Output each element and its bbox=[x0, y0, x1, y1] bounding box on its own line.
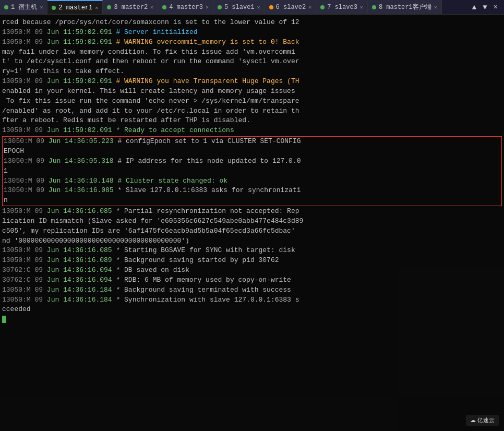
tab-2-close[interactable]: ✕ bbox=[95, 5, 98, 11]
watermark-icon: ☁ bbox=[470, 417, 477, 423]
tab-1-status-dot bbox=[4, 5, 8, 9]
tab-6-slave2[interactable]: 6 slave2 ✕ bbox=[265, 0, 317, 14]
terminal-line-2: 13050:M 09 Jun 11:59:02.091 # Server ini… bbox=[2, 28, 502, 38]
tab-1-host[interactable]: 1 宿主机 ✕ bbox=[0, 0, 47, 14]
tab-7-status-dot bbox=[320, 5, 325, 9]
tab-5-status-dot bbox=[218, 5, 222, 9]
tab-8-status-dot bbox=[372, 5, 376, 9]
highlight-line-6: 13050:M 09 Jun 14:36:16.085 * Slave 127.… bbox=[4, 186, 500, 196]
highlight-line-7: n bbox=[4, 196, 500, 206]
tab-8-master1-client[interactable]: 8 master1客户端 ✕ bbox=[368, 0, 442, 14]
tab-3-status-dot bbox=[107, 5, 111, 9]
tab-1-label: 1 宿主机 bbox=[11, 3, 37, 11]
tab-4-status-dot bbox=[162, 5, 166, 9]
watermark-text: 亿速云 bbox=[477, 417, 495, 423]
scroll-up-button[interactable]: ▲ bbox=[470, 2, 478, 13]
tab-7-label: 7 slave3 bbox=[327, 4, 357, 11]
tab-6-close[interactable]: ✕ bbox=[308, 4, 311, 10]
tab-3-master2[interactable]: 3 master2 ✕ bbox=[103, 0, 158, 14]
terminal-line-15: c505', my replication IDs are '6af1475fc… bbox=[2, 226, 502, 236]
tab-4-close[interactable]: ✕ bbox=[206, 4, 209, 10]
highlight-line-3: 13050:M 09 Jun 14:36:05.318 # IP address… bbox=[4, 157, 500, 166]
terminal-line-13: 13050:M 09 Jun 14:36:16.085 * Partial re… bbox=[2, 207, 502, 217]
terminal-line-18: 13050:M 09 Jun 14:36:16.089 * Background… bbox=[2, 256, 502, 266]
tab-7-close[interactable]: ✕ bbox=[360, 4, 363, 10]
tab-2-master1[interactable]: 2 master1 ✕ bbox=[47, 0, 103, 14]
highlight-line-5: 13050:M 09 Jun 14:36:10.148 # Cluster st… bbox=[4, 176, 500, 186]
tab-6-label: 6 slave2 bbox=[276, 4, 306, 11]
terminal-line-16: nd '000000000000000000000000000000000000… bbox=[2, 236, 502, 246]
terminal-line-12: 13050:M 09 Jun 11:59:02.091 * Ready to a… bbox=[2, 126, 502, 136]
terminal-line-9: To fix this issue run the command 'echo … bbox=[2, 97, 502, 106]
terminal-line-10: /enabled' as root, and add it to your /e… bbox=[2, 106, 502, 116]
terminal-line-17: 13050:M 09 Jun 14:36:16.085 * Starting B… bbox=[2, 246, 502, 256]
terminal-line-3: 13050:M 09 Jun 11:59:02.091 # WARNING ov… bbox=[2, 38, 502, 47]
scroll-down-button[interactable]: ▼ bbox=[481, 2, 489, 13]
highlight-block: 13050:M 09 Jun 14:36:05.223 # configEpoc… bbox=[2, 136, 502, 206]
close-all-button[interactable]: × bbox=[491, 2, 500, 13]
tab-5-label: 5 slave1 bbox=[224, 4, 255, 11]
terminal-line-22: 13050:M 09 Jun 14:36:16.184 * Synchroniz… bbox=[2, 295, 502, 305]
tab-8-label: 8 master1客户端 bbox=[379, 3, 431, 11]
terminal-line-4: may fail under low memory condition. To … bbox=[2, 47, 502, 57]
tab-3-close[interactable]: ✕ bbox=[150, 4, 153, 10]
tab-6-status-dot bbox=[269, 5, 273, 9]
tab-2-status-dot bbox=[52, 6, 56, 10]
terminal-cursor-line bbox=[2, 315, 502, 325]
tab-bar: 1 宿主机 ✕ 2 master1 ✕ 3 master2 ✕ 4 master… bbox=[0, 0, 504, 15]
terminal-line-20: 30762:C 09 Jun 14:36:16.094 * RDB: 6 MB … bbox=[2, 276, 502, 285]
terminal-line-23: cceeded bbox=[2, 305, 502, 315]
watermark: ☁ 亿速云 bbox=[466, 415, 499, 426]
terminal-line-1: rced because /proc/sys/net/core/somaxcon… bbox=[2, 18, 502, 28]
terminal-line-19: 30762:C 09 Jun 14:36:16.094 * DB saved o… bbox=[2, 266, 502, 276]
terminal-cursor bbox=[2, 316, 6, 323]
tab-7-slave3[interactable]: 7 slave3 ✕ bbox=[316, 0, 368, 14]
tab-4-label: 4 master3 bbox=[169, 4, 203, 11]
terminal-window[interactable]: rced because /proc/sys/net/core/somaxcon… bbox=[0, 15, 504, 431]
tab-4-master3[interactable]: 4 master3 ✕ bbox=[158, 0, 213, 14]
terminal-content: rced because /proc/sys/net/core/somaxcon… bbox=[2, 18, 502, 325]
highlight-line-4: 1 bbox=[4, 166, 500, 176]
tab-2-label: 2 master1 bbox=[58, 4, 92, 11]
tab-5-slave1[interactable]: 5 slave1 ✕ bbox=[213, 0, 265, 14]
highlight-line-2: EPOCH bbox=[4, 147, 500, 157]
tab-3-label: 3 master2 bbox=[114, 4, 148, 11]
tab-actions: ▲ ▼ × bbox=[466, 0, 504, 14]
terminal-line-6: ry=1' for this to take effect. bbox=[2, 67, 502, 77]
highlight-line-1: 13050:M 09 Jun 14:36:05.223 # configEpoc… bbox=[4, 137, 500, 147]
terminal-line-8: enabled in your kernel. This will create… bbox=[2, 87, 502, 97]
tab-1-close[interactable]: ✕ bbox=[40, 4, 43, 10]
tab-8-close[interactable]: ✕ bbox=[434, 4, 437, 10]
terminal-line-7: 13050:M 09 Jun 11:59:02.091 # WARNING yo… bbox=[2, 77, 502, 87]
terminal-line-11: fter a reboot. Redis must be restarted a… bbox=[2, 116, 502, 126]
terminal-line-5: t' to /etc/sysctl.conf and then reboot o… bbox=[2, 57, 502, 67]
tab-5-close[interactable]: ✕ bbox=[257, 4, 260, 10]
terminal-line-14: lication ID mismatch (Slave asked for 'e… bbox=[2, 217, 502, 226]
terminal-line-21: 13050:M 09 Jun 14:36:16.184 * Background… bbox=[2, 285, 502, 295]
